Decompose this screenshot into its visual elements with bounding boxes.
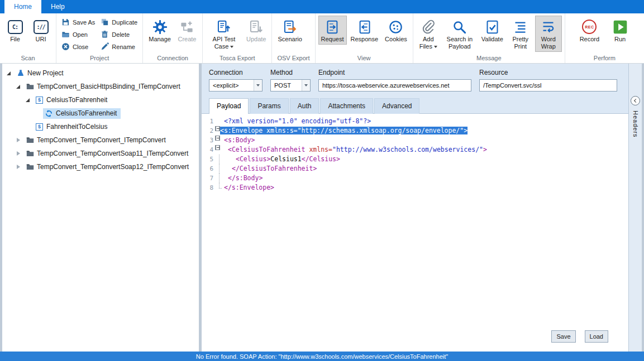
add-files-button[interactable]: Add Files: [416, 16, 441, 52]
expanded-expander-icon[interactable]: [15, 83, 22, 90]
file-button[interactable]: C: File: [3, 16, 27, 45]
tree-item-label: TempConvert_TempConvertSoap12_ITempConve…: [37, 163, 189, 171]
validate-label: Validate: [481, 36, 503, 42]
fold-toggle-icon[interactable]: [215, 126, 220, 131]
service-icon: $: [35, 96, 44, 104]
collapsed-expander-icon[interactable]: [15, 163, 22, 171]
tab-auth[interactable]: Auth: [290, 98, 319, 114]
close-button[interactable]: Close: [59, 41, 97, 52]
api-test-case-button[interactable]: API Test Case: [206, 16, 242, 52]
update-label: Update: [246, 36, 266, 42]
expand-panel-button[interactable]: [631, 96, 640, 105]
code-line[interactable]: 8</s:Envelope>: [202, 183, 628, 192]
tree-row[interactable]: TempConvert_TempConvertSoap11_ITempConve…: [2, 147, 199, 160]
line-number: 2: [202, 126, 215, 136]
search-in-payload-button[interactable]: Search in Payload: [442, 16, 478, 52]
headers-tab-label[interactable]: Headers: [632, 110, 639, 138]
tree-row[interactable]: $CelsiusToFahrenheit: [2, 93, 199, 107]
save-as-button[interactable]: Save As: [59, 17, 97, 27]
dropdown-caret-icon: [434, 46, 437, 48]
uri-button[interactable]: :// URI: [28, 16, 53, 45]
folder-icon: [26, 150, 34, 158]
word-wrap-button[interactable]: Word Wrap: [535, 16, 562, 52]
endpoint-field: Endpoint: [318, 69, 471, 92]
tree-row[interactable]: TempConvert_TempConvert_ITempConvert: [2, 133, 199, 147]
delete-button[interactable]: Delete: [98, 29, 140, 40]
line-number: 1: [202, 117, 215, 126]
code-line[interactable]: 1<?xml version="1.0" encoding="utf-8"?>: [202, 117, 628, 126]
ribbon-group-label: Perform: [568, 54, 641, 63]
resource-field: Resource: [479, 69, 617, 92]
scenario-icon: [283, 20, 298, 35]
scenario-label: Scenario: [278, 36, 302, 42]
manage-button[interactable]: Manage: [146, 16, 174, 45]
payload-editor[interactable]: 1<?xml version="1.0" encoding="utf-8"?>2…: [202, 114, 628, 352]
tree-row[interactable]: TempConvert_TempConvertSoap12_ITempConve…: [2, 160, 199, 174]
scenario-button[interactable]: Scenario: [275, 16, 304, 45]
code-line[interactable]: 7</s:Body>: [202, 174, 628, 183]
code-text: </s:Body>: [224, 174, 263, 183]
ribbon-group-label: Message: [416, 54, 562, 63]
tab-advanced[interactable]: Advanced: [374, 98, 419, 114]
tab-help[interactable]: Help: [41, 0, 74, 13]
tree-row[interactable]: CelsiusToFahrenheit: [2, 107, 199, 120]
duplicate-button[interactable]: Duplicate: [98, 17, 140, 27]
line-number: 3: [202, 136, 215, 145]
endpoint-input[interactable]: [318, 79, 471, 92]
expanded-expander-icon[interactable]: [25, 97, 32, 104]
record-button[interactable]: REC Record: [577, 16, 602, 45]
code-line[interactable]: 5<Celsius>Celsius1</Celsius>: [202, 155, 628, 164]
method-select[interactable]: POST: [270, 79, 311, 92]
collapsed-expander-icon[interactable]: [15, 150, 22, 157]
save-button[interactable]: Save: [551, 330, 575, 343]
tab-home[interactable]: Home: [4, 0, 41, 13]
line-number: 4: [202, 145, 215, 155]
collapsed-expander-icon[interactable]: [15, 137, 22, 144]
open-button[interactable]: Open: [59, 29, 97, 40]
paperclip-icon: [421, 20, 436, 35]
payload-tab-bar: Payload Params Auth Attachments Advanced: [202, 96, 628, 114]
ribbon-group-connection: Manage Create Connection: [143, 13, 203, 63]
play-icon: [613, 20, 628, 35]
tree-row[interactable]: New Project: [2, 66, 199, 80]
validate-button[interactable]: Validate: [479, 16, 506, 45]
delete-label: Delete: [112, 31, 130, 38]
expanded-expander-icon[interactable]: [6, 70, 13, 77]
selected-text: <s:Envelope xmlns:s="http://schemas.xmls…: [220, 127, 468, 134]
resource-input[interactable]: [479, 79, 617, 92]
tab-payload[interactable]: Payload: [209, 98, 249, 114]
ribbon: C: File :// URI Scan Save As: [0, 13, 644, 64]
headers-side-panel[interactable]: Headers: [628, 64, 642, 352]
connection-select[interactable]: <explicit>: [209, 79, 263, 92]
rename-button[interactable]: Rename: [98, 41, 140, 52]
tab-attachments[interactable]: Attachments: [320, 98, 373, 114]
ribbon-group-scan: C: File :// URI Scan: [0, 13, 56, 63]
search-in-payload-label: Search in Payload: [447, 36, 473, 50]
tab-params[interactable]: Params: [250, 98, 288, 114]
line-number: 8: [202, 183, 215, 192]
update-button[interactable]: Update: [244, 16, 269, 45]
response-view-button[interactable]: Response: [348, 16, 381, 45]
pretty-print-button[interactable]: Pretty Print: [507, 16, 534, 52]
fold-guide: [215, 183, 224, 192]
code-line[interactable]: 3<s:Body>: [202, 136, 628, 145]
code-text: <s:Envelope xmlns:s="http://schemas.xmls…: [220, 126, 468, 136]
code-line[interactable]: 6</CelsiusToFahrenheit>: [202, 164, 628, 174]
request-view-button[interactable]: Request: [318, 16, 347, 45]
load-button[interactable]: Load: [585, 330, 608, 343]
tree-row[interactable]: $FahrenheitToCelsius: [2, 120, 199, 133]
line-number: 5: [202, 155, 215, 164]
fold-toggle-icon[interactable]: [215, 145, 220, 150]
status-bar: No Error found. SOAP Action: "http://www…: [0, 352, 644, 361]
resource-label: Resource: [479, 69, 617, 76]
uri-icon: ://: [34, 20, 49, 34]
tree-item-label: FahrenheitToCelsius: [46, 123, 107, 131]
fold-guide: [215, 174, 224, 183]
tree-row[interactable]: TempConvert_BasicHttpsBinding_ITempConve…: [2, 80, 199, 93]
fold-toggle-icon[interactable]: [215, 136, 220, 141]
cookies-button[interactable]: Cookies: [382, 16, 410, 45]
code-line[interactable]: 4<CelsiusToFahrenheit xmlns="http://www.…: [202, 145, 628, 155]
run-button[interactable]: Run: [608, 16, 632, 45]
create-button[interactable]: Create: [175, 16, 199, 45]
code-line[interactable]: 2<s:Envelope xmlns:s="http://schemas.xml…: [202, 126, 628, 136]
